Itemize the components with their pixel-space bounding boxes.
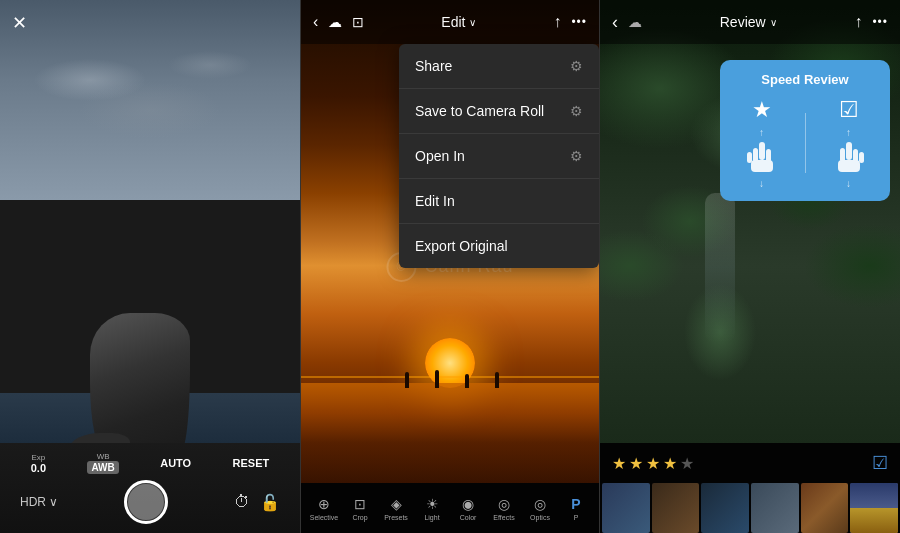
review-menu-button[interactable]: Review ∨	[720, 14, 777, 30]
cloud3-icon[interactable]: ☁	[628, 14, 642, 30]
header-left: ‹ ☁ ⊡	[313, 13, 364, 31]
crop-tool-icon: ⊡	[354, 496, 366, 512]
silhouettes	[301, 368, 599, 388]
sr-right-col: ☑ ↑ ↓	[833, 97, 865, 189]
speed-review-body: ★ ↑ ↓	[732, 97, 878, 189]
tool-crop[interactable]: ⊡ Crop	[343, 496, 378, 521]
filmstrip-thumb-4[interactable]	[751, 483, 799, 533]
svg-rect-8	[859, 152, 864, 163]
reset-control[interactable]: RESET	[233, 457, 270, 469]
rock-shape	[90, 313, 190, 453]
sr-up-arrow-right: ↑	[846, 127, 851, 138]
star-rating[interactable]: ★ ★ ★ ★ ★	[612, 454, 694, 473]
panel-1: ✕ Exp 0.0 WB AWB AUTO RESET HDR ∨	[0, 0, 300, 533]
sr-right-gesture: ↑ ↓	[833, 127, 865, 189]
panel2-bottom-toolbar: ⊕ Selective ⊡ Crop ◈ Presets ☀ Light ◉ C…	[301, 483, 599, 533]
tool-effects[interactable]: ◎ Effects	[487, 496, 522, 521]
sr-check-icon: ☑	[839, 97, 859, 123]
star-4: ★	[663, 454, 677, 473]
filmstrip-thumb-3[interactable]	[701, 483, 749, 533]
person-4	[495, 372, 499, 388]
sr-down-arrow-right: ↓	[846, 178, 851, 189]
tool-color[interactable]: ◉ Color	[451, 496, 486, 521]
dropdown-open-in[interactable]: Open In ⚙	[399, 134, 599, 179]
more3-icon[interactable]: •••	[872, 15, 888, 29]
header-right: ↑ •••	[553, 13, 587, 31]
light-icon: ☀	[426, 496, 439, 512]
star-3: ★	[646, 454, 660, 473]
edit-dropdown-menu: Share ⚙ Save to Camera Roll ⚙ Open In ⚙ …	[399, 44, 599, 268]
star-2: ★	[629, 454, 643, 473]
camera-toolbar: Exp 0.0 WB AWB AUTO RESET HDR ∨ ⏱	[0, 443, 300, 533]
panel-2: © Canh Rau ‹ ☁ ⊡ Edit ∨ ↑ ••• Share ⚙ Sa…	[300, 0, 600, 533]
dropdown-share[interactable]: Share ⚙	[399, 44, 599, 89]
tool-light[interactable]: ☀ Light	[415, 496, 450, 521]
cloud-sync-icon[interactable]: ☁	[328, 14, 342, 30]
p-icon: P	[571, 496, 580, 512]
dropdown-save-camera-roll[interactable]: Save to Camera Roll ⚙	[399, 89, 599, 134]
dropdown-edit-in[interactable]: Edit In	[399, 179, 599, 224]
color-icon: ◉	[462, 496, 474, 512]
shutter-inner	[128, 484, 164, 520]
star-rating-bar: ★ ★ ★ ★ ★ ☑	[600, 443, 900, 483]
star-5: ★	[680, 454, 694, 473]
panel3-header: ‹ ☁ Review ∨ ↑ •••	[600, 0, 900, 44]
person-3	[465, 374, 469, 388]
svg-rect-0	[759, 142, 765, 160]
exposure-control[interactable]: Exp 0.0	[31, 452, 46, 474]
auto-control[interactable]: AUTO	[160, 457, 191, 469]
close-icon[interactable]: ✕	[12, 12, 27, 34]
person-2	[435, 370, 439, 388]
openin-gear-icon: ⚙	[570, 148, 583, 164]
crop-icon[interactable]: ⊡	[352, 14, 364, 30]
share3-icon[interactable]: ↑	[854, 13, 862, 31]
filmstrip-thumb-6[interactable]	[850, 483, 898, 533]
clouds-bg	[0, 20, 300, 170]
toolbar-top-row: Exp 0.0 WB AWB AUTO RESET	[0, 451, 300, 474]
header3-left: ‹ ☁	[612, 12, 642, 33]
shutter-button[interactable]	[124, 480, 168, 524]
star-1: ★	[612, 454, 626, 473]
timer-icon[interactable]: ⏱	[234, 493, 250, 512]
dropdown-export-original[interactable]: Export Original	[399, 224, 599, 268]
svg-rect-3	[747, 152, 752, 163]
wb-control[interactable]: WB AWB	[87, 451, 118, 474]
back3-icon[interactable]: ‹	[612, 12, 618, 33]
filmstrip-thumb-5[interactable]	[801, 483, 849, 533]
panel2-header: ‹ ☁ ⊡ Edit ∨ ↑ •••	[301, 0, 599, 44]
filmstrip-thumb-2[interactable]	[652, 483, 700, 533]
tool-p[interactable]: P P	[559, 496, 594, 521]
svg-rect-6	[840, 148, 845, 162]
sr-hand-right-icon	[833, 140, 865, 176]
presets-icon: ◈	[391, 496, 402, 512]
sr-left-gesture: ↑ ↓	[746, 127, 778, 189]
svg-rect-5	[846, 142, 852, 160]
sr-left-col: ★ ↑ ↓	[746, 97, 778, 189]
sr-star-icon: ★	[752, 97, 772, 123]
sr-down-arrow-left: ↓	[759, 178, 764, 189]
flag-checkmark-icon[interactable]: ☑	[872, 452, 888, 474]
toolbar-bottom-row: HDR ∨ ⏱ 🔓	[0, 480, 300, 524]
filmstrip-thumb-1[interactable]	[602, 483, 650, 533]
tool-presets[interactable]: ◈ Presets	[379, 496, 414, 521]
lock-icon[interactable]: 🔓	[260, 493, 280, 512]
person-1	[405, 372, 409, 388]
tool-optics[interactable]: ◎ Optics	[523, 496, 558, 521]
right-controls: ⏱ 🔓	[234, 493, 280, 512]
waterfall-light	[705, 193, 735, 343]
filmstrip	[600, 483, 900, 533]
water-reflection	[301, 383, 599, 483]
back-icon[interactable]: ‹	[313, 13, 318, 31]
hdr-button[interactable]: HDR ∨	[20, 495, 58, 509]
more-menu-icon[interactable]: •••	[571, 15, 587, 29]
tool-selective[interactable]: ⊕ Selective	[307, 496, 342, 521]
svg-rect-9	[838, 160, 860, 172]
optics-icon: ◎	[534, 496, 546, 512]
sr-hand-left-icon	[746, 140, 778, 176]
save-gear-icon: ⚙	[570, 103, 583, 119]
selective-icon: ⊕	[318, 496, 330, 512]
share-icon[interactable]: ↑	[553, 13, 561, 31]
edit-menu-button[interactable]: Edit ∨	[441, 14, 476, 30]
panel-3: ‹ ☁ Review ∨ ↑ ••• Speed Review ★ ↑	[600, 0, 900, 533]
share-gear-icon: ⚙	[570, 58, 583, 74]
